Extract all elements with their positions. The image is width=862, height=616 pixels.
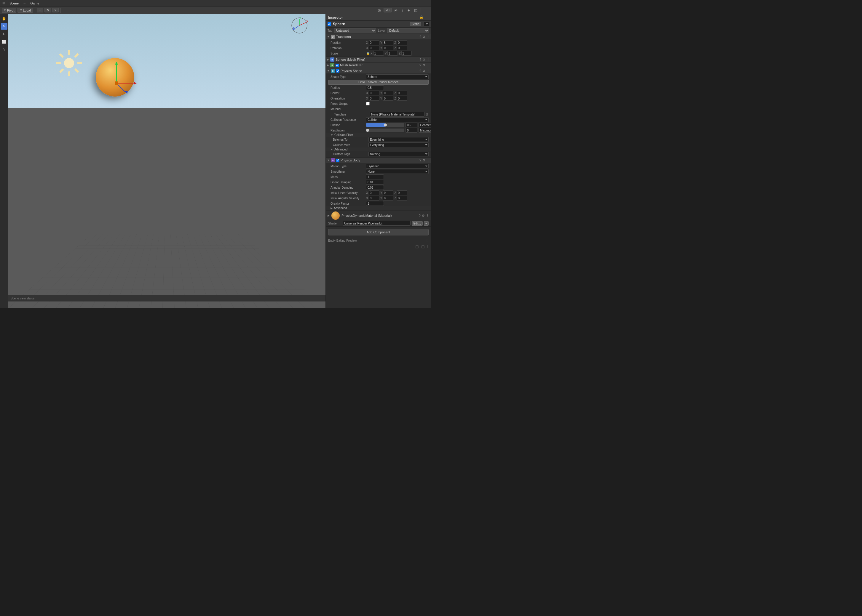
hand-tool[interactable]: ✋ [1, 16, 8, 22]
mesh-renderer-checkbox[interactable] [336, 64, 339, 67]
collides-with-select[interactable]: Everything [369, 143, 429, 147]
template-input[interactable]: None (Physics Material Template) [370, 112, 424, 117]
scale-x[interactable]: 1 [373, 51, 384, 56]
initial-angular-velocity-x[interactable]: 0 [369, 196, 380, 201]
orbit-button[interactable]: ⊙ [377, 8, 382, 13]
rotate-tool[interactable]: ↻ [1, 31, 8, 37]
initial-angular-velocity-z[interactable]: 0 [397, 196, 407, 201]
initial-angular-velocity-y[interactable]: 0 [383, 196, 393, 201]
rect-tool[interactable]: ⬜ [1, 39, 8, 45]
local-button[interactable]: ⊕ Local [17, 8, 33, 13]
angular-damping-input[interactable]: 0.05 [366, 185, 384, 190]
scale-z[interactable]: 1 [401, 51, 412, 56]
entity-baking-more-icon[interactable]: ⋮ [425, 239, 429, 242]
center-y[interactable]: 0 [383, 91, 393, 95]
center-x[interactable]: 0 [369, 91, 380, 95]
collision-filter-header[interactable]: ▼ Collision Filter [326, 133, 431, 137]
gizmos-button[interactable]: ⊡ [413, 8, 419, 13]
add-component-button[interactable]: Add Component [328, 229, 429, 236]
scale-y[interactable]: 1 [388, 51, 398, 56]
layer-select[interactable]: Default [387, 28, 429, 33]
physics-body-checkbox[interactable] [336, 159, 339, 162]
mesh-renderer-more-icon[interactable]: ⋮ [427, 63, 430, 67]
mesh-filter-header[interactable]: ▶ ⊞ Sphere (Mesh Filter) ? ⚙ ⋮ [326, 57, 431, 62]
material-help-icon[interactable]: ? [419, 214, 421, 218]
transform-settings-icon[interactable]: ⚙ [422, 35, 425, 39]
gravity-factor-input[interactable]: 1 [366, 201, 384, 206]
position-z[interactable]: 0 [397, 40, 407, 45]
physics-body-more-icon[interactable]: ⋮ [427, 159, 430, 162]
mesh-renderer-help-icon[interactable]: ? [419, 63, 421, 67]
mesh-filter-help-icon[interactable]: ? [419, 58, 421, 61]
tab-scene[interactable]: Scene [9, 2, 19, 5]
physics-body-header[interactable]: ▼ ⊕ Physics Body ? ⚙ ⋮ [326, 157, 431, 163]
restitution-slider[interactable] [366, 129, 404, 132]
bottom-icon-2[interactable]: ⊡ [421, 244, 425, 249]
physics-shape-settings-icon[interactable]: ⚙ [422, 69, 425, 73]
force-unique-checkbox[interactable] [366, 102, 370, 105]
initial-linear-velocity-z[interactable]: 0 [397, 190, 407, 195]
friction-value[interactable]: 0.5 [405, 123, 418, 127]
restitution-value[interactable]: 0 [405, 128, 418, 133]
linear-damping-input[interactable]: 0.01 [366, 180, 384, 184]
orientation-x[interactable]: 0 [369, 96, 380, 101]
mesh-renderer-header[interactable]: ▶ ⊞ Mesh Renderer ? ⚙ ⋮ [326, 63, 431, 68]
friction-slider[interactable] [366, 123, 404, 127]
viewport-gizmo[interactable]: Y X Z [291, 17, 308, 34]
select-tool[interactable]: ↖ [1, 23, 8, 30]
radius-input[interactable]: 0.5 [366, 85, 384, 90]
pivot-button[interactable]: ⊙ Pivot [2, 8, 16, 13]
physics-shape-checkbox[interactable] [336, 69, 339, 72]
material-settings-icon[interactable]: ⚙ [422, 214, 425, 218]
lock-icon[interactable]: 🔒 [366, 52, 370, 55]
transform-tool[interactable]: ⤡ [1, 46, 8, 53]
inspector-more-icon[interactable]: ⋮ [425, 16, 429, 19]
scene-canvas[interactable]: Y X Z 🔍 🛑 0 ⚠ 0 ℹ 0 [8, 14, 325, 308]
mesh-filter-settings-icon[interactable]: ⚙ [422, 58, 425, 61]
center-z[interactable]: 0 [397, 91, 407, 95]
transform-header[interactable]: ▼ ⊕ Transform ? ⚙ ⋮ [326, 34, 431, 39]
move-button[interactable]: ✛ [37, 8, 43, 13]
bottom-icon-3[interactable]: ℹ [427, 244, 429, 249]
inspector-lock-icon[interactable]: 🔒 [419, 16, 424, 19]
shader-edit-button[interactable]: Edit... [412, 221, 423, 226]
bottom-icon-1[interactable]: ⊞ [415, 244, 419, 249]
tag-select[interactable]: Untagged [334, 28, 376, 33]
transform-help-icon[interactable]: ? [419, 35, 421, 39]
belongs-to-select[interactable]: Everything [369, 137, 429, 142]
physics-shape-more-icon[interactable]: ⋮ [427, 69, 430, 73]
mesh-filter-more-icon[interactable]: ⋮ [427, 58, 430, 61]
transform-more-icon[interactable]: ⋮ [427, 35, 430, 39]
shader-list-button[interactable]: ≡ [424, 221, 429, 226]
smoothing-select[interactable]: None [366, 169, 429, 174]
position-x[interactable]: 0 [369, 40, 380, 45]
scale-button[interactable]: ⤡ [52, 8, 59, 13]
rotation-y[interactable]: 0 [383, 46, 393, 50]
dots-button[interactable]: ⋮ [423, 8, 429, 13]
shape-type-select[interactable]: Sphere [366, 74, 429, 79]
fit-button[interactable]: Fit to Enabled Render Meshes [328, 80, 429, 85]
object-active-checkbox[interactable] [328, 22, 331, 26]
restitution-mode-select[interactable]: Maximum [419, 128, 431, 133]
light-button[interactable]: ☀ [393, 8, 399, 13]
mesh-renderer-settings-icon[interactable]: ⚙ [422, 63, 425, 67]
physics-body-settings-icon[interactable]: ⚙ [422, 159, 425, 162]
mass-input[interactable]: 1 [366, 174, 384, 179]
fx-button[interactable]: ✦ [406, 8, 412, 13]
audio-button[interactable]: ♪ [400, 8, 405, 13]
orientation-z[interactable]: 0 [397, 96, 407, 101]
twod-button[interactable]: 2D [384, 8, 392, 13]
physics-shape-header[interactable]: ▼ ◉ Physics Shape ? ⚙ ⋮ [326, 68, 431, 74]
shader-input[interactable]: Universal Render Pipeline/Lit [343, 221, 411, 226]
friction-mode-select[interactable]: Geometric Me▾ [419, 123, 431, 127]
motion-type-select[interactable]: Dynamic [366, 164, 429, 168]
static-dropdown[interactable]: ▾ [423, 22, 429, 26]
initial-linear-velocity-x[interactable]: 0 [369, 190, 380, 195]
physics-shape-advanced-header[interactable]: ▼ Advanced [326, 148, 431, 151]
rotation-z[interactable]: 0 [397, 46, 407, 50]
orientation-y[interactable]: 0 [383, 96, 393, 101]
physics-shape-help-icon[interactable]: ? [419, 69, 421, 73]
material-expand-icon[interactable]: ▶ [328, 214, 329, 217]
physics-body-help-icon[interactable]: ? [419, 159, 421, 162]
template-target-icon[interactable]: ◎ [425, 113, 429, 116]
